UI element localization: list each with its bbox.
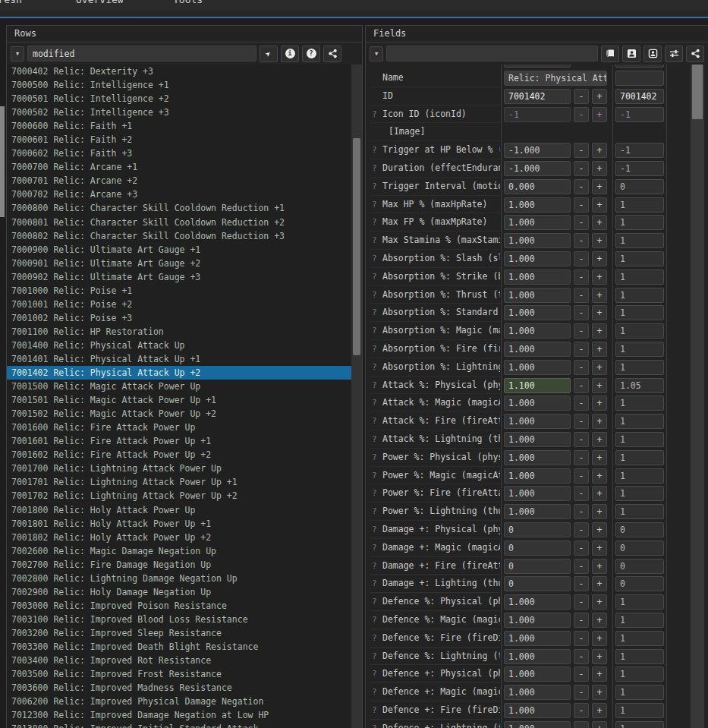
- field-help-icon[interactable]: ?: [372, 362, 377, 372]
- param-row[interactable]: 7001701 Relic: Lightning Attack Power Up…: [7, 475, 351, 489]
- field-help-icon[interactable]: ?: [372, 525, 377, 534]
- field-value-input[interactable]: 1.000: [504, 305, 571, 320]
- decrement-button[interactable]: -: [574, 215, 589, 230]
- field-help-icon[interactable]: ?: [372, 272, 377, 282]
- param-row[interactable]: 7002800 Relic: Lightning Damage Negation…: [7, 572, 351, 585]
- rows-share-button[interactable]: [323, 46, 341, 62]
- param-row[interactable]: 7003300 Relic: Improved Death Blight Res…: [7, 640, 351, 654]
- decrement-button[interactable]: -: [574, 323, 589, 339]
- param-row[interactable]: 7001400 Relic: Physical Attack Up: [7, 339, 351, 352]
- field-help-icon[interactable]: ?: [372, 235, 377, 245]
- increment-button[interactable]: +: [592, 179, 607, 194]
- param-row[interactable]: 7000600 Relic: Faith +1: [7, 119, 351, 133]
- decrement-button[interactable]: -: [574, 613, 589, 628]
- increment-button[interactable]: +: [592, 685, 607, 700]
- menu-item-tools[interactable]: Tools: [173, 0, 203, 5]
- param-row[interactable]: 7013800 Relic: Improved Initial Standard…: [7, 722, 351, 728]
- field-value-input[interactable]: 1.000: [504, 631, 571, 646]
- field-value-input[interactable]: -1.000: [504, 161, 571, 176]
- field-help-icon[interactable]: ?: [372, 615, 377, 625]
- increment-button[interactable]: +: [592, 432, 607, 447]
- decrement-button[interactable]: -: [574, 486, 589, 501]
- field-help-icon[interactable]: ?: [372, 416, 377, 426]
- decrement-button[interactable]: -: [574, 559, 589, 574]
- field-value-input[interactable]: 1.000: [504, 721, 571, 728]
- param-row[interactable]: 7001401 Relic: Physical Attack Up +1: [7, 352, 351, 366]
- field-value-input[interactable]: [504, 65, 571, 68]
- increment-button[interactable]: +: [592, 161, 607, 176]
- param-row[interactable]: 7002700 Relic: Fire Damage Negation Up: [7, 558, 351, 572]
- param-row[interactable]: 7001402 Relic: Physical Attack Up +2: [7, 366, 351, 380]
- param-row[interactable]: 7001100 Relic: HP Restoration: [7, 325, 351, 339]
- decrement-button[interactable]: -: [574, 342, 589, 357]
- increment-button[interactable]: +: [592, 215, 607, 230]
- increment-button[interactable]: +: [592, 486, 607, 501]
- increment-button[interactable]: +: [592, 197, 607, 213]
- param-row[interactable]: 7001001 Relic: Poise +2: [7, 298, 351, 311]
- field-value-input[interactable]: 1.000: [504, 504, 571, 519]
- decrement-button[interactable]: -: [574, 107, 589, 122]
- field-value-input[interactable]: 1.000: [504, 649, 571, 664]
- field-value-input[interactable]: 1.000: [504, 450, 571, 465]
- field-value-input[interactable]: 0: [504, 576, 571, 591]
- field-contact-filled-button[interactable]: [622, 46, 640, 62]
- field-value-input[interactable]: 1.000: [504, 251, 571, 266]
- decrement-button[interactable]: -: [574, 197, 589, 213]
- increment-button[interactable]: +: [592, 594, 607, 610]
- field-value-input[interactable]: 0: [504, 559, 571, 574]
- rows-search-input[interactable]: [27, 46, 256, 61]
- go-to-row-button[interactable]: ➤: [260, 46, 278, 62]
- row-info-button[interactable]: i: [281, 46, 299, 62]
- menu-item-refresh[interactable]: Refresh: [0, 0, 22, 5]
- field-value-input[interactable]: 1.000: [504, 269, 571, 285]
- field-value-input[interactable]: Relic: Physical Attack Up +2: [504, 71, 607, 86]
- param-row[interactable]: 7003200 Relic: Improved Sleep Resistance: [7, 626, 351, 640]
- field-value-input[interactable]: 1.000: [504, 396, 571, 411]
- field-value-input[interactable]: 0: [504, 540, 571, 556]
- field-help-icon[interactable]: ?: [372, 145, 377, 155]
- increment-button[interactable]: +: [592, 450, 607, 465]
- increment-button[interactable]: +: [592, 288, 607, 303]
- field-value-input[interactable]: 0: [504, 522, 571, 537]
- increment-button[interactable]: +: [592, 414, 607, 429]
- field-value-input[interactable]: 1.000: [504, 414, 571, 429]
- field-help-icon[interactable]: ?: [372, 344, 377, 354]
- field-value-input[interactable]: 1.000: [504, 667, 571, 682]
- param-row[interactable]: 7001801 Relic: Holy Attack Power Up +1: [7, 517, 351, 531]
- increment-button[interactable]: +: [592, 522, 607, 537]
- field-help-icon[interactable]: ?: [372, 290, 377, 300]
- field-help-icon[interactable]: ?: [372, 254, 377, 263]
- field-docs-button[interactable]: [601, 46, 619, 62]
- increment-button[interactable]: +: [592, 721, 607, 728]
- increment-button[interactable]: +: [592, 468, 607, 484]
- increment-button[interactable]: +: [592, 342, 607, 357]
- decrement-button[interactable]: -: [574, 432, 589, 447]
- field-value-input[interactable]: 1.000: [504, 288, 571, 303]
- fields-search-dropdown-button[interactable]: ▼: [370, 46, 383, 61]
- decrement-button[interactable]: -: [574, 631, 589, 646]
- increment-button[interactable]: +: [592, 251, 607, 266]
- increment-button[interactable]: +: [592, 667, 607, 682]
- field-help-icon[interactable]: ?: [372, 687, 377, 697]
- decrement-button[interactable]: -: [574, 721, 589, 728]
- fields-share-button[interactable]: [686, 46, 704, 62]
- decrement-button[interactable]: -: [574, 360, 589, 375]
- field-help-icon[interactable]: ?: [372, 326, 377, 336]
- param-row[interactable]: 7001501 Relic: Magic Attack Power Up +1: [7, 393, 351, 407]
- param-row[interactable]: 7000702 Relic: Arcane +3: [7, 188, 351, 201]
- decrement-button[interactable]: -: [574, 667, 589, 682]
- param-row[interactable]: 7003100 Relic: Improved Blood Loss Resis…: [7, 613, 351, 626]
- field-value-input[interactable]: 1.000: [504, 685, 571, 700]
- decrement-button[interactable]: -: [574, 594, 589, 610]
- param-row[interactable]: 7001502 Relic: Magic Attack Power Up +2: [7, 407, 351, 421]
- field-help-icon[interactable]: ?: [372, 669, 377, 679]
- field-value-input[interactable]: 1.000: [504, 215, 571, 230]
- field-help-icon[interactable]: ?: [372, 488, 377, 498]
- field-value-input[interactable]: 1.100: [504, 378, 571, 393]
- decrement-button[interactable]: -: [574, 378, 589, 393]
- decrement-button[interactable]: -: [574, 522, 589, 537]
- param-row[interactable]: 7003000 Relic: Improved Poison Resistanc…: [7, 599, 351, 613]
- field-value-input[interactable]: 1.000: [504, 342, 571, 357]
- param-row[interactable]: 7003500 Relic: Improved Frost Resistance: [7, 667, 351, 681]
- fields-scrollbar[interactable]: [691, 65, 704, 728]
